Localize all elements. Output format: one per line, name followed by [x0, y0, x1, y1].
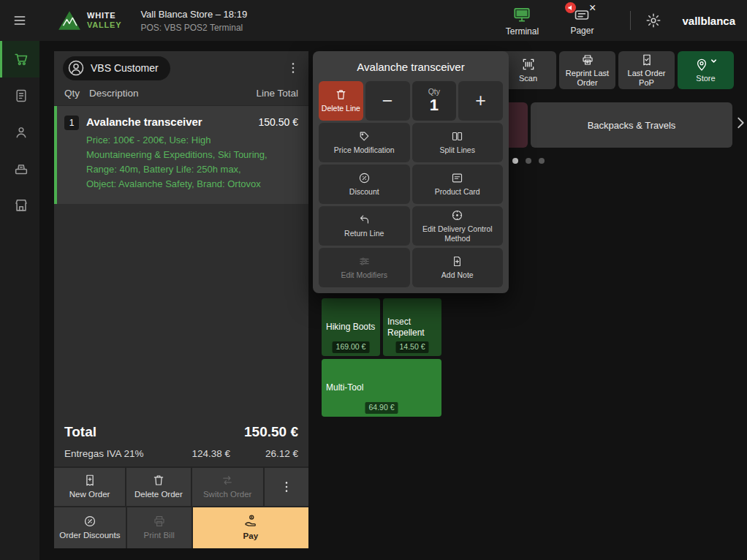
terminal-status-button[interactable]: Terminal	[498, 4, 545, 37]
qty-value: 1	[430, 97, 439, 114]
logo-text: WHITE VALLEY	[87, 11, 121, 30]
pos-subtitle: POS: VBS POS2 Terminal	[140, 23, 247, 33]
qty-label: Qty	[428, 87, 440, 96]
sidebar	[0, 41, 39, 560]
trash-icon	[152, 474, 165, 487]
category-tile-backpacks[interactable]: Backpacks & Travels	[531, 102, 732, 148]
order-discounts-label: Order Discounts	[59, 531, 120, 540]
logo-line2: VALLEY	[87, 20, 121, 29]
brand-logo[interactable]: WHITE VALLEY	[57, 10, 121, 31]
return-line-button[interactable]: Return Line	[319, 206, 410, 246]
register-icon	[13, 161, 29, 177]
print-bill-label: Print Bill	[144, 531, 175, 540]
qty-plus-button[interactable]: +	[458, 81, 503, 121]
discount-icon	[83, 515, 96, 528]
product-tile-insect-repellent[interactable]: Insect Repellent 14.50 €	[383, 298, 441, 356]
product-name: Insect Repellent	[387, 317, 437, 338]
sidebar-item-register[interactable]	[0, 151, 39, 187]
split-lines-label: Split Lines	[440, 145, 475, 155]
actions-row: Scan Reprint Last Order Last Order PoP	[500, 51, 734, 89]
menu-icon[interactable]	[0, 13, 39, 28]
edit-modifiers-label: Edit Modifiers	[341, 270, 387, 280]
order-summary: Total 150.50 € Entregas IVA 21% 124.38 €…	[54, 415, 308, 466]
gear-icon[interactable]	[645, 12, 661, 29]
order-discounts-button[interactable]: Order Discounts	[54, 507, 126, 548]
pay-icon	[243, 514, 258, 529]
edit-modifiers-button[interactable]: Edit Modifiers	[319, 248, 410, 287]
close-icon[interactable]: ×	[585, 1, 600, 15]
reprint-last-order-button[interactable]: Reprint Last Order	[559, 51, 615, 89]
sidebar-item-shop[interactable]	[0, 187, 39, 224]
qty-minus-button[interactable]: −	[365, 81, 410, 121]
username[interactable]: vallblanca	[682, 15, 735, 27]
discount-icon	[358, 172, 371, 184]
product-tile-multi-tool[interactable]: Multi-Tool 64.90 €	[322, 359, 441, 417]
cart-header: VBS Customer	[54, 51, 308, 85]
more-controls-kebab-icon[interactable]	[265, 468, 308, 506]
delete-order-button[interactable]: Delete Order	[126, 468, 190, 506]
total-value: 150.50 €	[244, 424, 298, 440]
topbar-right: Terminal Pager vallblanca	[498, 4, 747, 37]
price-modification-button[interactable]: Price Modification	[319, 123, 410, 162]
total-label: Total	[64, 424, 96, 440]
tag-icon	[358, 130, 371, 143]
terminal-label: Terminal	[506, 26, 539, 37]
delete-order-label: Delete Order	[134, 490, 183, 499]
product-grid: Hiking Boots 169.00 € Insect Repellent 1…	[322, 298, 441, 417]
carousel-dot-1[interactable]	[512, 158, 518, 164]
terminal-icon	[512, 5, 531, 24]
edit-delivery-button[interactable]: Edit Delivery Control Method	[412, 206, 504, 246]
carousel-dots	[512, 158, 545, 164]
add-note-button[interactable]: Add Note	[412, 248, 504, 287]
cart-controls: New Order Delete Order Switch Order	[54, 466, 308, 548]
topbar-divider	[630, 11, 631, 30]
sidebar-item-cart[interactable]	[0, 41, 39, 77]
new-order-icon	[83, 474, 96, 487]
chevron-right-icon[interactable]	[728, 113, 747, 133]
store-title: Vall Blanca Store – 18:19	[140, 9, 247, 20]
product-price: 64.90 €	[365, 402, 398, 414]
pay-button[interactable]: Pay	[193, 507, 308, 548]
print-bill-button[interactable]: Print Bill	[127, 507, 192, 548]
cart-kebab-icon[interactable]	[287, 61, 300, 75]
last-order-pop-button[interactable]: Last Order PoP	[618, 51, 675, 89]
new-order-button[interactable]: New Order	[54, 468, 125, 506]
sidebar-item-orders[interactable]	[0, 77, 39, 114]
printer-icon	[153, 515, 166, 528]
pager-label: Pager	[570, 26, 594, 36]
product-card-button[interactable]: Product Card	[412, 164, 504, 204]
carousel-dot-3[interactable]	[539, 158, 545, 164]
return-icon	[358, 213, 371, 226]
delete-line-button[interactable]: Delete Line	[319, 81, 363, 121]
cart-panel: VBS Customer Qty Description Line Total …	[54, 51, 308, 548]
add-note-label: Add Note	[441, 270, 474, 280]
customer-button[interactable]: VBS Customer	[63, 56, 170, 80]
column-line-total: Line Total	[256, 88, 298, 99]
carousel-dot-2[interactable]	[526, 158, 531, 164]
scan-icon	[521, 57, 536, 72]
product-tile-hiking-boots[interactable]: Hiking Boots 169.00 €	[322, 298, 380, 356]
logo-mountain-icon	[57, 10, 82, 31]
tax-base: 124.38 €	[157, 448, 230, 459]
orderline-columns: Qty Description Line Total	[54, 85, 308, 106]
modifiers-icon	[358, 255, 371, 268]
product-name: Hiking Boots	[326, 322, 376, 333]
shop-icon	[13, 197, 29, 213]
orderline-row[interactable]: 1 Avalanche transceiver 150.50 € Price: …	[54, 106, 308, 204]
store-button[interactable]: Store	[678, 51, 734, 89]
product-name: Multi-Tool	[326, 382, 437, 393]
topbar: WHITE VALLEY Vall Blanca Store – 18:19 P…	[0, 0, 747, 41]
sidebar-item-customers[interactable]	[0, 114, 39, 151]
reprint-icon	[581, 53, 594, 67]
discount-button[interactable]: Discount	[319, 164, 410, 204]
orderline-body: Avalanche transceiver 150.50 € Price: 10…	[86, 116, 298, 192]
split-lines-button[interactable]: Split Lines	[412, 123, 504, 162]
pager-badge-icon	[565, 2, 576, 13]
pos-app: WHITE VALLEY Vall Blanca Store – 18:19 P…	[0, 0, 747, 560]
orderline-qty-badge: 1	[64, 116, 79, 130]
switch-order-button[interactable]: Switch Order	[192, 468, 263, 506]
edit-delivery-label: Edit Delivery Control Method	[414, 224, 502, 243]
customer-name: VBS Customer	[91, 62, 159, 74]
customers-icon	[14, 125, 29, 140]
switch-order-label: Switch Order	[203, 490, 251, 499]
